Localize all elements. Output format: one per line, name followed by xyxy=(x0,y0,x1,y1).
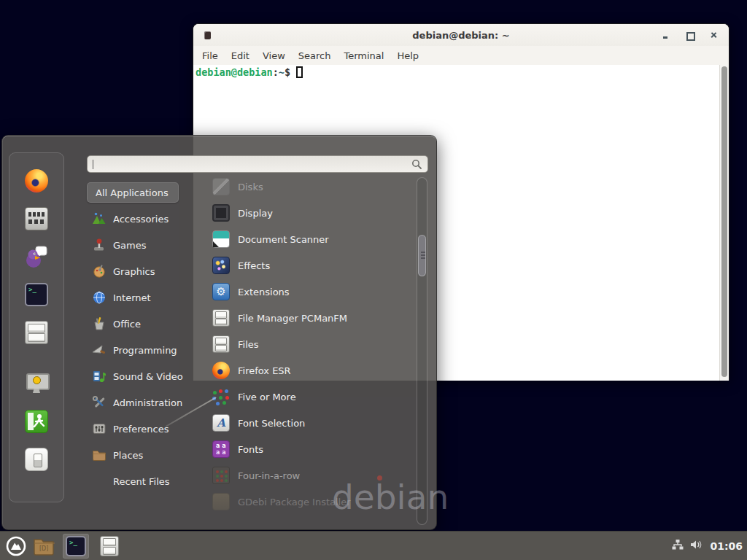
extensions-icon xyxy=(212,283,230,300)
category-sound-video[interactable]: Sound & Video xyxy=(87,366,212,386)
menu-logo-icon xyxy=(6,536,26,556)
category-recent-files[interactable]: Recent Files xyxy=(87,471,212,491)
file-cabinet-icon xyxy=(212,335,230,353)
file-manager-icon[interactable] xyxy=(25,321,48,344)
app-item-file-manager-pcmanfm[interactable]: File Manager PCManFM xyxy=(212,307,417,329)
app-item-files[interactable]: Files xyxy=(212,333,417,355)
terminal-scrollbar-thumb[interactable] xyxy=(721,66,727,377)
volume-icon[interactable] xyxy=(690,539,703,553)
app-item-effects[interactable]: Effects xyxy=(212,254,417,276)
category-graphics[interactable]: Graphics xyxy=(87,261,212,281)
category-label: Games xyxy=(113,240,146,251)
menu-search-box xyxy=(87,155,428,173)
prompt-user-host: debian@debian xyxy=(196,66,273,78)
menu-terminal[interactable]: Terminal xyxy=(337,48,390,63)
app-label: Extensions xyxy=(238,287,290,298)
menu-scrollbar[interactable] xyxy=(417,177,427,525)
category-list: All Applications Accessories xyxy=(87,182,212,497)
document-scanner-icon xyxy=(212,230,230,248)
terminal-prompt: debian@debian:~$ xyxy=(196,66,303,78)
pidgin-icon[interactable] xyxy=(25,245,48,268)
shutdown-icon[interactable] xyxy=(25,448,48,471)
menu-view[interactable]: View xyxy=(256,48,292,63)
app-item-extensions[interactable]: Extensions xyxy=(212,281,417,303)
search-icon xyxy=(411,159,422,170)
app-label: Fonts xyxy=(238,444,263,455)
file-cabinet-icon xyxy=(100,536,119,556)
prompt-separator: : xyxy=(273,66,279,78)
folder-launcher[interactable]: [D] xyxy=(31,534,57,559)
category-label: Office xyxy=(113,319,141,330)
category-games[interactable]: Games xyxy=(87,235,212,255)
taskbar-terminal-button[interactable] xyxy=(63,534,89,559)
menu-file[interactable]: File xyxy=(196,48,225,63)
app-item-disks[interactable]: Disks xyxy=(212,176,417,198)
minimize-icon[interactable] xyxy=(661,31,670,40)
app-label: Firefox ESR xyxy=(238,365,291,376)
disks-icon xyxy=(212,178,230,195)
category-label: Graphics xyxy=(113,266,155,277)
app-item-five-or-more[interactable]: Five or More xyxy=(212,386,417,408)
internet-icon xyxy=(92,290,107,305)
app-item-display[interactable]: Display xyxy=(212,202,417,224)
software-icon[interactable] xyxy=(25,207,48,230)
maximize-icon[interactable] xyxy=(685,31,694,40)
menu-search[interactable]: Search xyxy=(292,48,338,63)
menu-button[interactable] xyxy=(3,534,29,559)
close-icon[interactable] xyxy=(709,31,719,40)
file-cabinet-icon xyxy=(212,309,230,327)
category-accessories[interactable]: Accessories xyxy=(87,209,212,229)
firefox-icon xyxy=(212,362,230,379)
category-office[interactable]: Office xyxy=(87,314,212,334)
administration-icon xyxy=(92,395,107,410)
app-item-fonts[interactable]: Fonts xyxy=(212,438,417,460)
logout-icon[interactable] xyxy=(25,410,48,433)
watermark-red-dot xyxy=(377,475,382,481)
window-controls xyxy=(661,24,719,46)
app-label: Display xyxy=(238,208,273,219)
four-in-a-row-icon xyxy=(212,467,230,484)
menu-scrollbar-thumb[interactable] xyxy=(418,235,426,276)
programming-icon xyxy=(92,343,107,357)
category-programming[interactable]: Programming xyxy=(87,340,212,360)
games-icon xyxy=(92,238,107,252)
clock[interactable]: 01:06 xyxy=(710,540,743,552)
category-places[interactable]: Places xyxy=(87,445,212,465)
category-label: Places xyxy=(113,450,143,461)
places-folder-icon xyxy=(92,448,107,462)
app-item-document-scanner[interactable]: Document Scanner xyxy=(212,228,417,250)
category-preferences[interactable]: Preferences xyxy=(87,419,212,439)
fonts-icon xyxy=(212,440,230,458)
terminal-titlebar[interactable]: debian@debian: ~ xyxy=(193,24,729,46)
gdebi-icon xyxy=(212,493,230,510)
menu-help[interactable]: Help xyxy=(390,48,425,63)
terminal-scrollbar[interactable] xyxy=(719,65,729,381)
office-icon xyxy=(92,316,107,331)
desktop: debian@debian: ~ File Edit View Search T… xyxy=(0,0,747,560)
terminal-launcher-icon[interactable] xyxy=(25,283,48,306)
app-label: Four-in-a-row xyxy=(238,470,300,481)
search-caret xyxy=(93,160,93,169)
screensaver-icon[interactable] xyxy=(25,372,48,395)
app-item-font-selection[interactable]: Font Selection xyxy=(212,412,417,434)
category-internet[interactable]: Internet xyxy=(87,287,212,308)
svg-text:[D]: [D] xyxy=(39,545,48,552)
menu-search-input[interactable] xyxy=(88,156,427,172)
taskbar: [D] xyxy=(0,531,747,560)
accessories-icon xyxy=(92,211,107,226)
terminal-menubar: File Edit View Search Terminal Help xyxy=(193,46,729,65)
effects-icon xyxy=(212,257,230,274)
app-label: Five or More xyxy=(238,392,296,402)
app-label: Document Scanner xyxy=(238,234,329,245)
network-icon[interactable] xyxy=(672,539,684,553)
app-item-firefox-esr[interactable]: Firefox ESR xyxy=(212,359,417,381)
font-selection-icon xyxy=(212,414,230,432)
app-label: Font Selection xyxy=(238,418,305,429)
graphics-icon xyxy=(92,264,107,279)
category-label: Administration xyxy=(113,397,182,408)
menu-edit[interactable]: Edit xyxy=(225,48,256,63)
category-all-applications[interactable]: All Applications xyxy=(87,182,179,203)
taskbar-files-button[interactable] xyxy=(96,534,123,559)
preferences-icon xyxy=(92,421,107,436)
firefox-icon[interactable] xyxy=(25,169,48,192)
